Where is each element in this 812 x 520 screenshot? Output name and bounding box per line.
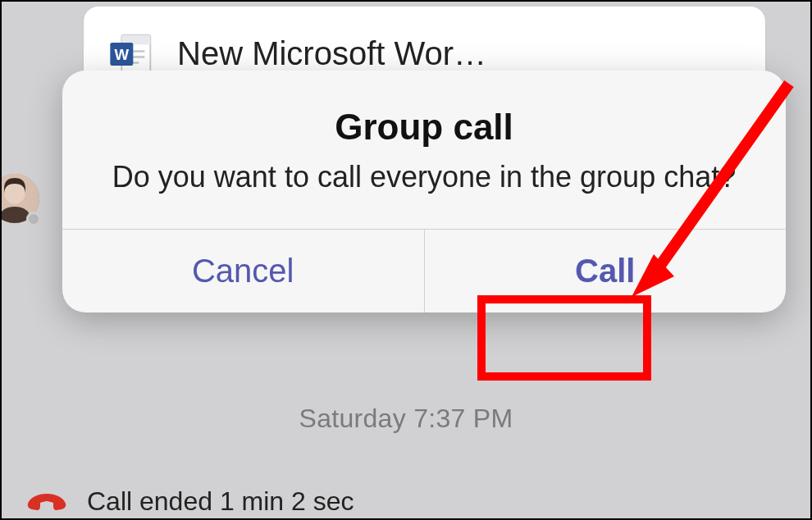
dialog-body: Group call Do you want to call everyone …: [62, 71, 786, 229]
timestamp: Saturday 7:37 PM: [2, 404, 810, 434]
call-ended-row: Call ended 1 min 2 sec: [26, 486, 354, 517]
group-call-dialog: Group call Do you want to call everyone …: [62, 71, 786, 312]
dialog-buttons: Cancel Call: [62, 229, 786, 312]
cancel-button[interactable]: Cancel: [62, 230, 425, 312]
svg-text:W: W: [115, 46, 130, 63]
file-name: New Microsoft Wor…: [177, 35, 486, 72]
call-ended-text: Call ended 1 min 2 sec: [87, 486, 354, 517]
hangup-icon: [26, 489, 67, 515]
dialog-message: Do you want to call everyone in the grou…: [103, 157, 745, 198]
presence-status-icon: [26, 212, 41, 226]
call-button[interactable]: Call: [425, 230, 787, 312]
dialog-title: Group call: [103, 107, 745, 148]
